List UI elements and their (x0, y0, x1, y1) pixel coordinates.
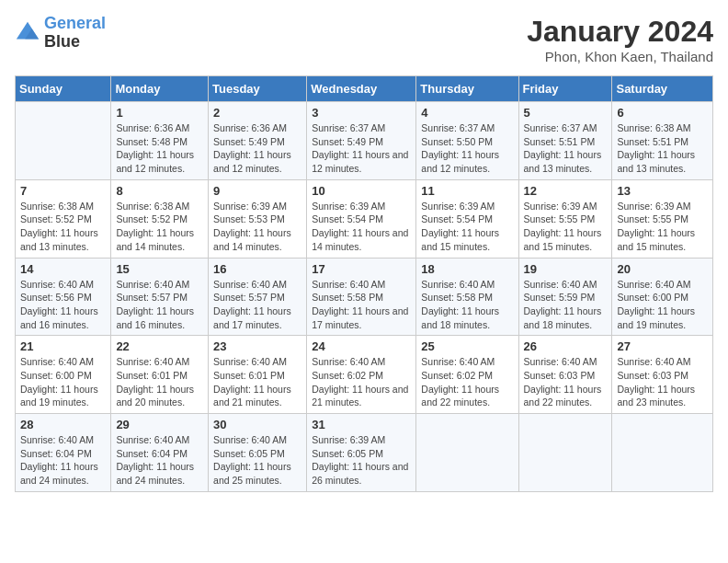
day-info: Sunrise: 6:40 AMSunset: 6:03 PMDaylight:… (524, 355, 608, 409)
day-info: Sunrise: 6:40 AMSunset: 5:56 PMDaylight:… (20, 278, 106, 332)
calendar-cell: 2Sunrise: 6:36 AMSunset: 5:49 PMDaylight… (209, 102, 307, 180)
calendar-table: SundayMondayTuesdayWednesdayThursdayFrid… (15, 75, 713, 492)
day-number: 24 (312, 339, 411, 353)
day-info: Sunrise: 6:36 AMSunset: 5:49 PMDaylight:… (213, 121, 301, 176)
calendar-week-row: 28Sunrise: 6:40 AMSunset: 6:04 PMDayligh… (16, 414, 713, 492)
day-number: 4 (421, 106, 513, 120)
day-info: Sunrise: 6:40 AMSunset: 5:57 PMDaylight:… (116, 278, 203, 332)
day-number: 3 (312, 106, 411, 120)
day-number: 1 (116, 106, 203, 120)
calendar-week-row: 21Sunrise: 6:40 AMSunset: 6:00 PMDayligh… (16, 336, 713, 414)
logo-text: General Blue (44, 15, 106, 52)
day-number: 22 (116, 339, 203, 353)
day-header: Saturday (612, 76, 713, 102)
day-info: Sunrise: 6:40 AMSunset: 5:58 PMDaylight:… (312, 278, 411, 332)
day-number: 10 (312, 184, 411, 198)
calendar-cell: 31Sunrise: 6:39 AMSunset: 6:05 PMDayligh… (307, 414, 416, 492)
day-info: Sunrise: 6:39 AMSunset: 5:55 PMDaylight:… (617, 200, 708, 254)
day-number: 5 (524, 106, 608, 120)
day-number: 8 (116, 184, 203, 198)
calendar-cell: 18Sunrise: 6:40 AMSunset: 5:58 PMDayligh… (416, 258, 518, 336)
day-number: 16 (213, 262, 301, 276)
day-info: Sunrise: 6:40 AMSunset: 6:01 PMDaylight:… (213, 355, 301, 409)
day-info: Sunrise: 6:40 AMSunset: 6:04 PMDaylight:… (116, 433, 203, 488)
day-info: Sunrise: 6:40 AMSunset: 5:59 PMDaylight:… (524, 278, 608, 332)
day-number: 30 (213, 418, 301, 431)
page-header: General Blue January 2024 Phon, Khon Kae… (15, 15, 713, 64)
calendar-cell: 4Sunrise: 6:37 AMSunset: 5:50 PMDaylight… (416, 102, 518, 180)
day-info: Sunrise: 6:39 AMSunset: 5:54 PMDaylight:… (421, 200, 513, 254)
day-number: 20 (617, 262, 708, 276)
calendar-week-row: 1Sunrise: 6:36 AMSunset: 5:48 PMDaylight… (16, 102, 713, 180)
day-info: Sunrise: 6:40 AMSunset: 5:57 PMDaylight:… (213, 278, 301, 332)
calendar-cell: 27Sunrise: 6:40 AMSunset: 6:03 PMDayligh… (612, 336, 713, 414)
day-info: Sunrise: 6:37 AMSunset: 5:50 PMDaylight:… (421, 121, 513, 176)
title-block: January 2024 Phon, Khon Kaen, Thailand (527, 15, 713, 64)
day-info: Sunrise: 6:40 AMSunset: 5:58 PMDaylight:… (421, 278, 513, 332)
day-header: Friday (518, 76, 612, 102)
day-number: 2 (213, 106, 301, 120)
calendar-week-row: 7Sunrise: 6:38 AMSunset: 5:52 PMDaylight… (16, 179, 713, 258)
logo: General Blue (15, 15, 106, 52)
day-info: Sunrise: 6:40 AMSunset: 6:02 PMDaylight:… (312, 355, 411, 409)
day-number: 31 (312, 418, 411, 431)
calendar-header-row: SundayMondayTuesdayWednesdayThursdayFrid… (16, 76, 713, 102)
month-title: January 2024 (527, 15, 713, 49)
day-number: 26 (524, 339, 608, 353)
day-info: Sunrise: 6:37 AMSunset: 5:49 PMDaylight:… (312, 121, 411, 176)
day-number: 23 (213, 339, 301, 353)
day-number: 27 (617, 339, 708, 353)
calendar-cell: 25Sunrise: 6:40 AMSunset: 6:02 PMDayligh… (416, 336, 518, 414)
calendar-cell: 1Sunrise: 6:36 AMSunset: 5:48 PMDaylight… (111, 102, 209, 180)
calendar-cell: 16Sunrise: 6:40 AMSunset: 5:57 PMDayligh… (209, 258, 307, 336)
day-number: 14 (20, 262, 106, 276)
calendar-cell: 12Sunrise: 6:39 AMSunset: 5:55 PMDayligh… (518, 179, 612, 258)
day-info: Sunrise: 6:39 AMSunset: 5:55 PMDaylight:… (524, 200, 608, 254)
day-number: 13 (617, 184, 708, 198)
calendar-cell (416, 414, 518, 492)
day-number: 18 (421, 262, 513, 276)
calendar-cell: 28Sunrise: 6:40 AMSunset: 6:04 PMDayligh… (16, 414, 111, 492)
day-info: Sunrise: 6:40 AMSunset: 6:04 PMDaylight:… (20, 433, 106, 488)
day-header: Wednesday (307, 76, 416, 102)
calendar-cell: 29Sunrise: 6:40 AMSunset: 6:04 PMDayligh… (111, 414, 209, 492)
calendar-cell (518, 414, 612, 492)
calendar-cell: 9Sunrise: 6:39 AMSunset: 5:53 PMDaylight… (209, 179, 307, 258)
day-number: 19 (524, 262, 608, 276)
logo-icon (15, 20, 40, 46)
day-info: Sunrise: 6:40 AMSunset: 6:02 PMDaylight:… (421, 355, 513, 409)
day-info: Sunrise: 6:39 AMSunset: 5:54 PMDaylight:… (312, 200, 411, 254)
calendar-cell: 20Sunrise: 6:40 AMSunset: 6:00 PMDayligh… (612, 258, 713, 336)
calendar-cell: 19Sunrise: 6:40 AMSunset: 5:59 PMDayligh… (518, 258, 612, 336)
calendar-cell: 21Sunrise: 6:40 AMSunset: 6:00 PMDayligh… (16, 336, 111, 414)
day-info: Sunrise: 6:40 AMSunset: 6:05 PMDaylight:… (213, 433, 301, 488)
day-header: Sunday (16, 76, 111, 102)
day-number: 6 (617, 106, 708, 120)
day-number: 15 (116, 262, 203, 276)
calendar-cell: 13Sunrise: 6:39 AMSunset: 5:55 PMDayligh… (612, 179, 713, 258)
day-info: Sunrise: 6:40 AMSunset: 6:03 PMDaylight:… (617, 355, 708, 409)
day-number: 29 (116, 418, 203, 431)
day-info: Sunrise: 6:40 AMSunset: 6:00 PMDaylight:… (20, 355, 106, 409)
calendar-cell: 14Sunrise: 6:40 AMSunset: 5:56 PMDayligh… (16, 258, 111, 336)
calendar-cell: 23Sunrise: 6:40 AMSunset: 6:01 PMDayligh… (209, 336, 307, 414)
calendar-cell (16, 102, 111, 180)
calendar-cell: 17Sunrise: 6:40 AMSunset: 5:58 PMDayligh… (307, 258, 416, 336)
calendar-body: 1Sunrise: 6:36 AMSunset: 5:48 PMDaylight… (16, 102, 713, 492)
day-header: Thursday (416, 76, 518, 102)
calendar-cell: 5Sunrise: 6:37 AMSunset: 5:51 PMDaylight… (518, 102, 612, 180)
calendar-cell: 3Sunrise: 6:37 AMSunset: 5:49 PMDaylight… (307, 102, 416, 180)
day-number: 25 (421, 339, 513, 353)
day-info: Sunrise: 6:36 AMSunset: 5:48 PMDaylight:… (116, 121, 203, 176)
calendar-cell: 24Sunrise: 6:40 AMSunset: 6:02 PMDayligh… (307, 336, 416, 414)
day-number: 7 (20, 184, 106, 198)
calendar-cell: 6Sunrise: 6:38 AMSunset: 5:51 PMDaylight… (612, 102, 713, 180)
day-number: 21 (20, 339, 106, 353)
calendar-cell: 30Sunrise: 6:40 AMSunset: 6:05 PMDayligh… (209, 414, 307, 492)
day-info: Sunrise: 6:40 AMSunset: 6:00 PMDaylight:… (617, 278, 708, 332)
calendar-cell: 7Sunrise: 6:38 AMSunset: 5:52 PMDaylight… (16, 179, 111, 258)
calendar-cell: 15Sunrise: 6:40 AMSunset: 5:57 PMDayligh… (111, 258, 209, 336)
calendar-cell: 26Sunrise: 6:40 AMSunset: 6:03 PMDayligh… (518, 336, 612, 414)
day-header: Monday (111, 76, 209, 102)
day-number: 17 (312, 262, 411, 276)
